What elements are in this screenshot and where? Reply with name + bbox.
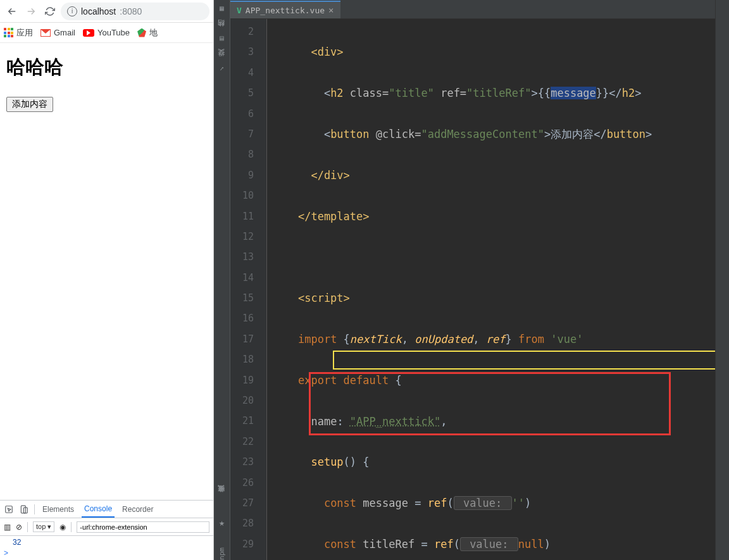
line-number: 26 [230,473,254,493]
reload-button[interactable] [42,3,58,20]
device-toggle-icon[interactable] [19,505,29,514]
devtools-console-toolbar: ▥ ⊘ top ▾ ◉ [0,518,213,536]
console-prompt[interactable]: > [0,547,213,559]
line-number: 18 [230,349,254,370]
line-number: 9 [230,165,254,185]
line-number: 17 [230,329,254,349]
line-number: 3 [230,42,254,62]
ide-right-rail [715,0,729,560]
line-number: 22 [230,432,254,452]
bookmarks-bar: 应用 Gmail YouTube 地 [0,23,213,43]
page-heading: 哈哈哈 [6,54,207,80]
line-number: 2 [230,22,254,42]
site-info-icon[interactable]: i [67,6,77,16]
tab-filename: APP_nexttick.vue [246,6,325,15]
line-number: 7 [230,124,254,144]
ide-left-tool-rail: ▦项目 ▤结构 ✓提交 收藏夹 ★ npm [214,0,230,560]
star-icon[interactable]: ★ [219,517,225,528]
live-expression-icon[interactable]: ◉ [59,523,66,532]
url-port: :8080 [120,6,142,16]
devtools-tab-recorder[interactable]: Recorder [120,502,156,517]
line-number: 15 [230,288,254,308]
editor-tab-active[interactable]: V APP_nexttick.vue × [230,1,340,18]
rail-structure[interactable]: ▤结构 [217,32,227,43]
devtools-tabbar: Elements Console Recorder [0,501,213,518]
line-number: 16 [230,308,254,328]
ide-editor-area: V APP_nexttick.vue × 2 3 4 5 6 7 8 9 10 … [230,0,715,560]
devtools-panel: Elements Console Recorder ▥ ⊘ top ▾ ◉ 32… [0,500,213,560]
line-number: 6 [230,104,254,124]
line-number: 28 [230,513,254,533]
maps-label: 地 [149,27,158,39]
url-host: localhost [81,6,116,16]
rail-npm[interactable]: npm [218,547,226,560]
line-number: 21 [230,411,254,431]
line-number: 19 [230,370,254,390]
code-content[interactable]: <div> <h2 class="title" ref="titleRef">{… [267,19,715,560]
ide-tabbar: V APP_nexttick.vue × [230,0,715,19]
rail-commit[interactable]: ✓提交 [217,62,227,73]
line-number: 20 [230,390,254,411]
line-number: 10 [230,185,254,206]
rail-project[interactable]: ▦项目 [217,3,227,13]
line-number: 23 [230,452,254,472]
line-number: 12 [230,227,254,247]
gmail-label: Gmail [54,28,75,37]
maps-icon [137,28,146,37]
line-number: 4 [230,63,254,83]
console-sidebar-icon[interactable]: ▥ [4,523,11,532]
apps-shortcut[interactable]: 应用 [4,27,33,39]
forward-button[interactable] [23,3,39,20]
line-number-gutter: 2 3 4 5 6 7 8 9 10 11 12 13 14 15 16 17 … [230,19,267,560]
code-editor[interactable]: 2 3 4 5 6 7 8 9 10 11 12 13 14 15 16 17 … [230,19,715,560]
bookmark-youtube[interactable]: YouTube [83,28,130,37]
apps-label: 应用 [16,27,33,39]
console-filter-input[interactable] [77,521,209,533]
devtools-tab-elements[interactable]: Elements [40,502,77,517]
apps-grid-icon [4,28,13,37]
console-log-line: 32 [0,537,213,547]
devtools-tab-console[interactable]: Console [82,501,115,518]
svg-rect-1 [21,506,25,513]
youtube-icon [83,29,94,37]
back-button[interactable] [4,3,20,20]
inspect-icon[interactable] [4,505,14,514]
bookmark-gmail[interactable]: Gmail [40,28,75,37]
page-viewport: 哈哈哈 添加内容 [0,43,213,500]
annotation-yellow-box [333,351,715,370]
line-number: 8 [230,144,254,165]
vue-file-icon: V [237,6,242,15]
line-number: 11 [230,206,254,227]
line-number: 13 [230,247,254,267]
line-number: 14 [230,268,254,288]
clear-console-icon[interactable]: ⊘ [16,523,22,532]
ide-window: ▦项目 ▤结构 ✓提交 收藏夹 ★ npm V APP_nexttick.vue… [214,0,729,560]
line-number: 27 [230,493,254,513]
console-context-select[interactable]: top ▾ [33,521,54,532]
add-content-button[interactable]: 添加内容 [6,97,53,112]
bookmark-maps[interactable]: 地 [137,27,158,39]
close-tab-icon[interactable]: × [328,5,333,15]
address-bar[interactable]: i localhost:8080 [61,3,209,20]
line-number: 29 [230,534,254,554]
gmail-icon [40,29,51,37]
youtube-label: YouTube [97,28,130,37]
console-output: 32 > [0,536,213,560]
line-number: 5 [230,83,254,103]
browser-window: i localhost:8080 应用 Gmail YouTube 地 哈哈哈 … [0,0,214,560]
browser-nav-toolbar: i localhost:8080 [0,0,213,23]
